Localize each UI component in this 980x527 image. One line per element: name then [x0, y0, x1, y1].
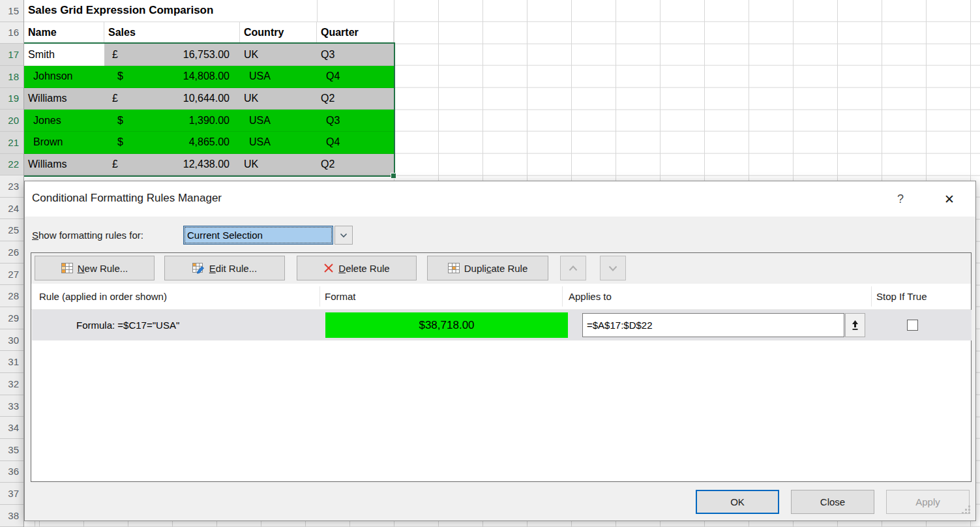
help-icon[interactable]: ? [891, 189, 910, 209]
row-header-32[interactable]: 32 [0, 373, 23, 395]
row-header-30[interactable]: 30 [0, 329, 23, 352]
row-header-37[interactable]: 37 [0, 483, 23, 505]
apply-button[interactable]: Apply [886, 490, 970, 514]
cell-name-17[interactable]: Smith [24, 44, 104, 66]
cell-sales-19[interactable]: £10,644.00 [104, 88, 240, 110]
edit-rule-label: Edit Rule... [209, 263, 257, 274]
ok-button[interactable]: OK [696, 490, 779, 514]
cell-text: Q2 [317, 93, 334, 104]
chevron-down-icon [608, 265, 617, 271]
row-header-34[interactable]: 34 [0, 417, 23, 439]
cell-text: UK [240, 49, 258, 61]
row-header-29[interactable]: 29 [0, 307, 23, 329]
show-rules-combobox[interactable]: Current Selection [183, 226, 333, 245]
rules-toolbar: New Rule... Edit Rule... Delete Rule [31, 253, 971, 284]
row-header-36[interactable]: 36 [0, 461, 23, 483]
row-header-21[interactable]: 21 [0, 132, 23, 154]
cell-name-20[interactable]: Jones [24, 110, 104, 132]
cell-country-22[interactable]: UK [240, 154, 317, 176]
cell-name-21[interactable]: Brown [24, 132, 104, 154]
new-rule-label: New Rule... [78, 263, 128, 274]
cell-quarter-21[interactable]: Q4 [317, 132, 394, 154]
sheet-header-name[interactable]: Name [24, 22, 104, 44]
applies-to-input[interactable]: =$A$17:$D$22 [582, 313, 844, 337]
cell-sales-17[interactable]: £16,753.00 [104, 44, 240, 66]
row-header-31[interactable]: 31 [0, 351, 23, 373]
cell-quarter-22[interactable]: Q2 [317, 154, 394, 176]
selection-fill-handle[interactable] [391, 173, 396, 179]
row-header-24[interactable]: 24 [0, 198, 23, 220]
column-divider [562, 286, 563, 307]
row-header-15[interactable]: 15 [0, 0, 23, 22]
row-header-18[interactable]: 18 [0, 66, 23, 88]
currency-symbol: $ [117, 115, 123, 127]
row-header-27[interactable]: 27 [0, 264, 23, 286]
currency-symbol: £ [112, 93, 118, 104]
move-rule-down-button[interactable] [600, 256, 626, 280]
combobox-dropdown-button[interactable] [334, 226, 353, 245]
cell-country-20[interactable]: USA [240, 110, 317, 132]
cell-quarter-20[interactable]: Q3 [317, 110, 394, 132]
cell-country-18[interactable]: USA [240, 66, 317, 88]
cell-country-19[interactable]: UK [240, 88, 317, 110]
cell-country-21[interactable]: USA [240, 132, 317, 154]
resize-grip-icon[interactable] [968, 505, 970, 507]
cell-sales-20[interactable]: $1,390.00 [104, 110, 240, 132]
dialog-titlebar[interactable]: Conditional Formatting Rules Manager ? ✕ [25, 181, 975, 217]
stop-if-true-checkbox[interactable] [907, 320, 918, 331]
amount: 12,438.00 [183, 158, 230, 170]
sheet-row-15[interactable]: Sales Grid Expression Comparison [24, 0, 394, 22]
row-header-35[interactable]: 35 [0, 439, 23, 461]
delete-rule-label: Delete Rule [338, 263, 389, 274]
range-select-arrow-icon [850, 320, 860, 331]
cell-quarter-17[interactable]: Q3 [317, 44, 394, 66]
delete-rule-x-icon [323, 263, 334, 273]
close-icon[interactable]: ✕ [938, 188, 961, 210]
row-header-20[interactable]: 20 [0, 110, 23, 132]
cell-text: USA [240, 115, 271, 127]
column-divider [319, 286, 320, 307]
row-header-33[interactable]: 33 [0, 395, 23, 417]
column-format: Format [325, 284, 356, 309]
rule-row[interactable]: Formula: =$C17="USA" $38,718.00 =$A$17:$… [32, 310, 972, 340]
cell-sales-18[interactable]: $14,808.00 [104, 66, 240, 88]
cell-name-18[interactable]: Johnson [24, 66, 104, 88]
duplicate-rule-label: Duplicate Rule [464, 263, 528, 274]
cell-name-22[interactable]: Williams [24, 154, 104, 176]
cell-text: Q3 [317, 49, 334, 61]
row-header-23[interactable]: 23 [0, 175, 23, 198]
move-rule-up-button[interactable] [560, 256, 586, 280]
cell-name-19[interactable]: Williams [24, 88, 104, 110]
row-header-22[interactable]: 22 [0, 154, 23, 176]
sheet-row-16[interactable]: Name Sales Country Quarter [24, 22, 394, 44]
row-header-38[interactable]: 38 [0, 505, 23, 527]
close-button[interactable]: Close [791, 490, 874, 514]
cell-text: UK [240, 93, 258, 104]
row-header-26[interactable]: 26 [0, 241, 23, 264]
column-rule: Rule (applied in order shown) [39, 284, 167, 309]
cell-quarter-19[interactable]: Q2 [317, 88, 394, 110]
row-header-19[interactable]: 19 [0, 88, 23, 110]
cell-country-17[interactable]: UK [240, 44, 317, 66]
duplicate-rule-button[interactable]: Duplicate Rule [427, 256, 548, 280]
cell-quarter-18[interactable]: Q4 [317, 66, 394, 88]
cell-text: Williams [24, 158, 67, 170]
amount: 1,390.00 [189, 115, 230, 127]
row-header-28[interactable]: 28 [0, 285, 23, 307]
sheet-header-sales[interactable]: Sales [104, 22, 240, 44]
cell-sales-22[interactable]: £12,438.00 [104, 154, 240, 176]
delete-rule-button[interactable]: Delete Rule [297, 256, 417, 280]
edit-rule-pencil-icon [192, 263, 205, 274]
row-header-17[interactable]: 17 [0, 44, 23, 66]
collapse-dialog-button[interactable] [845, 313, 865, 337]
amount: 14,808.00 [183, 70, 230, 82]
sheet-header-quarter[interactable]: Quarter [317, 22, 394, 44]
cell-sales-21[interactable]: $4,865.00 [104, 132, 240, 154]
row-header-16[interactable]: 16 [0, 22, 23, 44]
combobox-value: Current Selection [187, 230, 263, 241]
new-rule-button[interactable]: New Rule... [35, 256, 155, 280]
sheet-header-country[interactable]: Country [240, 22, 317, 44]
edit-rule-button[interactable]: Edit Rule... [164, 256, 285, 280]
rules-list-header: Rule (applied in order shown) Format App… [31, 284, 971, 310]
row-header-25[interactable]: 25 [0, 220, 23, 242]
